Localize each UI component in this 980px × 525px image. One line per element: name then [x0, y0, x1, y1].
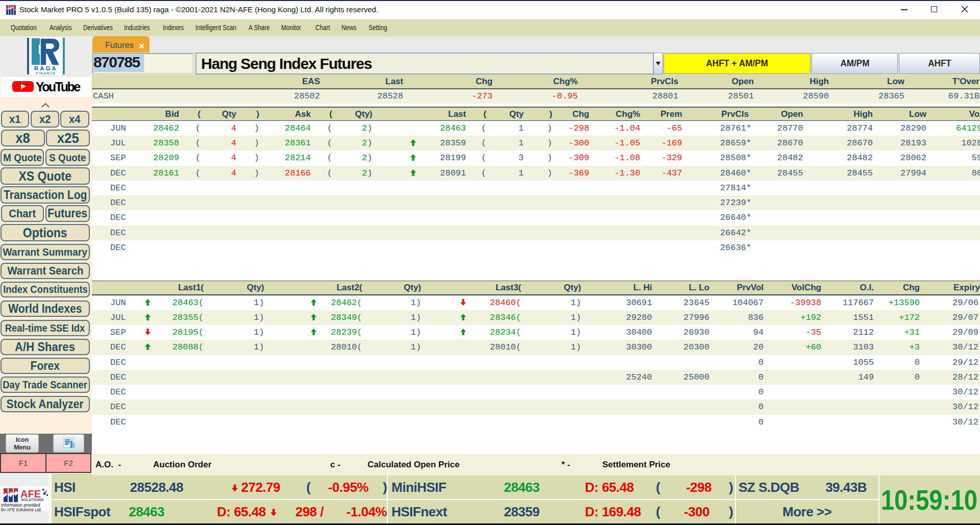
svg-text:FINANCE: FINANCE [36, 71, 56, 75]
svg-text:RAGA: RAGA [34, 65, 58, 71]
